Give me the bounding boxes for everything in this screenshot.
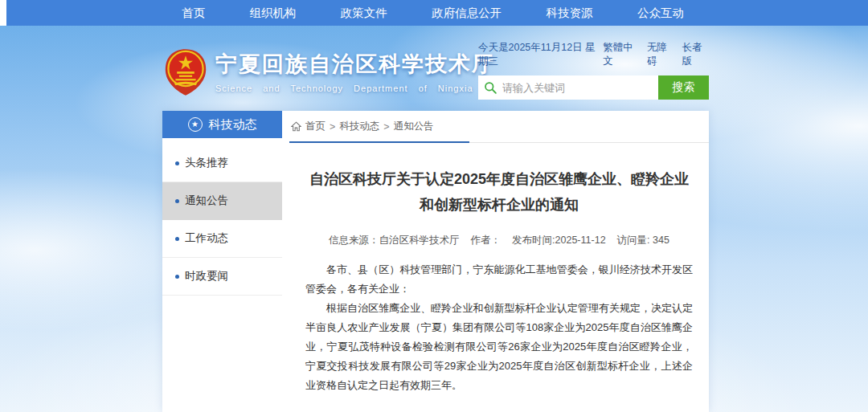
link-elder-version[interactable]: 长者版 <box>682 41 709 68</box>
site-brand: 宁夏回族自治区科学技术厅 Science and Technology Depa… <box>164 48 495 96</box>
meta-author: 作者： <box>471 235 502 246</box>
sidebar-item-label: 时政要闻 <box>185 269 228 284</box>
home-icon <box>291 121 301 132</box>
search-bar: 搜索 <box>478 75 709 100</box>
link-traditional-chinese[interactable]: 繁體中文 <box>603 41 639 68</box>
breadcrumb-tech-trends[interactable]: 科技动态 <box>339 120 379 133</box>
breadcrumb-notices[interactable]: 通知公告 <box>394 120 434 133</box>
site-subtitle: Science and Technology Department of Nin… <box>215 84 495 93</box>
sidebar: ★ 科技动态 头条推荐 通知公告 工作动态 时政要闻 <box>162 111 282 412</box>
search-input[interactable] <box>502 75 658 100</box>
breadcrumb-separator: > <box>330 121 335 133</box>
breadcrumb-home[interactable]: 首页 <box>305 120 326 133</box>
top-navigation: 首页 组织机构 政策文件 政府信息公开 科技资源 公众互动 <box>6 0 868 26</box>
article-title-line1: 自治区科技厅关于认定2025年度自治区雏鹰企业、瞪羚企业 <box>305 167 693 193</box>
bullet-dot-icon <box>175 275 179 279</box>
breadcrumb-separator: > <box>383 121 389 133</box>
search-icon <box>478 75 502 100</box>
star-circle-icon: ★ <box>188 117 203 132</box>
bullet-dot-icon <box>175 237 179 241</box>
article-body: 各市、县（区）科技管理部门，宁东能源化工基地管委会，银川经济技术开发区管委会，各… <box>305 260 693 395</box>
meta-publish-time: 发布时间:2025-11-12 <box>512 235 606 246</box>
main-content: 首页 > 科技动态 > 通知公告 自治区科技厅关于认定2025年度自治区雏鹰企业… <box>282 111 709 412</box>
nav-item-gov-info[interactable]: 政府信息公开 <box>432 6 502 21</box>
content-panel: ★ 科技动态 头条推荐 通知公告 工作动态 时政要闻 <box>162 111 709 412</box>
article-title: 自治区科技厅关于认定2025年度自治区雏鹰企业、瞪羚企业 和创新型标杆企业的通知 <box>305 167 693 218</box>
breadcrumb: 首页 > 科技动态 > 通知公告 <box>289 111 709 143</box>
article-meta: 信息来源：自治区科学技术厅作者：发布时间:2025-11-12访问量: 345 <box>305 234 693 247</box>
header-utility-area: 今天是2025年11月12日 星期三 繁體中文 无障碍 长者版 搜索 <box>478 41 709 100</box>
site-title: 宁夏回族自治区科学技术厅 <box>215 53 495 77</box>
sidebar-item-label: 头条推荐 <box>185 156 228 170</box>
article: 自治区科技厅关于认定2025年度自治区雏鹰企业、瞪羚企业 和创新型标杆企业的通知… <box>289 167 709 412</box>
meta-source: 信息来源：自治区科学技术厅 <box>329 235 460 246</box>
nav-item-resources[interactable]: 科技资源 <box>547 6 593 21</box>
sidebar-item-headlines[interactable]: 头条推荐 <box>162 145 282 182</box>
nav-item-interaction[interactable]: 公众互动 <box>637 6 684 21</box>
sidebar-header: ★ 科技动态 <box>162 111 282 138</box>
bullet-dot-icon <box>175 199 179 203</box>
sidebar-title: 科技动态 <box>209 117 257 133</box>
article-title-line2: 和创新型标杆企业的通知 <box>305 193 693 218</box>
nav-item-home[interactable]: 首页 <box>182 6 205 21</box>
sidebar-item-politics-news[interactable]: 时政要闻 <box>162 258 282 296</box>
link-accessibility[interactable]: 无障碍 <box>647 41 674 68</box>
national-emblem-logo <box>164 48 207 96</box>
sidebar-item-label: 工作动态 <box>185 231 228 246</box>
bullet-dot-icon <box>175 161 179 165</box>
page: 首页 组织机构 政策文件 政府信息公开 科技资源 公众互动 宁夏回族自治区科学技… <box>0 0 868 412</box>
nav-item-organization[interactable]: 组织机构 <box>249 6 296 21</box>
sidebar-item-work-trends[interactable]: 工作动态 <box>162 220 282 258</box>
nav-item-policy[interactable]: 政策文件 <box>341 6 387 21</box>
search-button[interactable]: 搜索 <box>658 75 709 100</box>
today-date: 今天是2025年11月12日 星期三 <box>478 41 603 68</box>
meta-visits: 访问量: 345 <box>617 235 669 246</box>
article-paragraph-2: 根据自治区雏鹰企业、瞪羚企业和创新型标杆企业认定管理有关规定，决定认定半亩良人农… <box>305 299 693 395</box>
article-paragraph-1: 各市、县（区）科技管理部门，宁东能源化工基地管委会，银川经济技术开发区管委会，各… <box>305 260 693 299</box>
sidebar-item-notices[interactable]: 通知公告 <box>162 182 282 220</box>
sidebar-item-label: 通知公告 <box>185 194 228 208</box>
